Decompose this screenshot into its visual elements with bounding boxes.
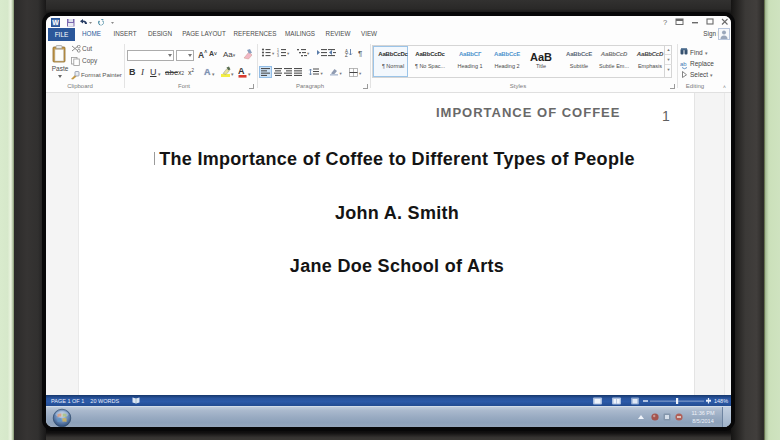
svg-text:▾: ▾: [307, 51, 310, 56]
svg-text:Select: Select: [690, 71, 708, 78]
svg-text:▾: ▾: [287, 51, 290, 56]
svg-text:ab: ab: [680, 61, 687, 67]
svg-text:▾: ▾: [705, 50, 708, 56]
svg-text:▾: ▾: [340, 71, 343, 76]
svg-text:▾: ▾: [272, 51, 275, 56]
svg-text:Replace: Replace: [690, 60, 714, 68]
svg-text:Z: Z: [345, 53, 348, 57]
svg-text:?: ?: [663, 18, 667, 26]
svg-text:▾: ▾: [248, 71, 251, 77]
svg-text:W: W: [52, 19, 59, 26]
svg-text:A: A: [238, 66, 245, 76]
svg-text:▾: ▾: [231, 71, 234, 77]
svg-text:▾: ▾: [710, 72, 713, 78]
svg-text:▾: ▾: [321, 71, 324, 76]
svg-text:Find: Find: [690, 49, 703, 56]
svg-text:¶: ¶: [358, 49, 362, 57]
svg-text:▾: ▾: [359, 71, 362, 76]
svg-text:3: 3: [277, 54, 279, 57]
